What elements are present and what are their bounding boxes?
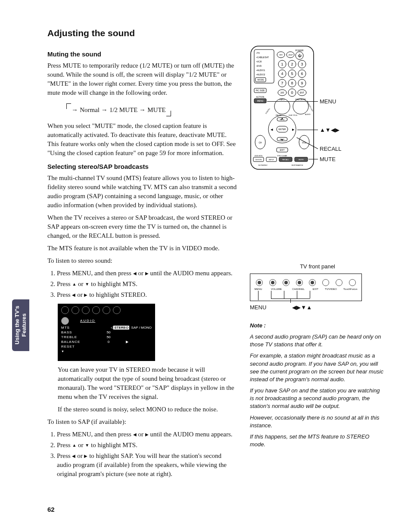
svg-text:FAVORITE: FAVORITE <box>296 98 306 101</box>
down-arrow-icon: ▼ <box>85 443 89 448</box>
svg-text:0: 0 <box>291 90 293 95</box>
svg-text:EXIT: EXIT <box>280 149 284 151</box>
sap-lead-sap: To listen to SAP (if available): <box>47 417 237 426</box>
note-p2: For example, a station might broadcast m… <box>250 352 385 383</box>
osd-row-value: 50 <box>98 335 119 339</box>
svg-text:RECALL: RECALL <box>282 159 289 161</box>
osd-row-label: BASS <box>61 330 91 335</box>
fp-button-vol-up <box>283 279 290 286</box>
page-number: 62 <box>47 505 55 514</box>
up-arrow-icon: ▲ <box>72 282 76 286</box>
svg-text:2: 2 <box>291 62 293 66</box>
sap-step-1: Press MENU, and then press ◀ or ▶ until … <box>57 430 237 439</box>
svg-text:3: 3 <box>301 62 303 66</box>
stereo-step-3: Press ◀ or ▶ to highlight STEREO. <box>57 290 237 299</box>
svg-text:DVD CLEAR: DVD CLEAR <box>277 155 287 157</box>
sap-lead-stereo: To listen to stereo sound: <box>47 256 237 265</box>
svg-text:OFF: OFF <box>279 54 283 56</box>
osd-row-value: 50 <box>98 330 119 335</box>
mute-cycle-diagram: → Normal → 1/2 MUTE → MUTE <box>68 104 169 115</box>
svg-text:1: 1 <box>281 62 283 66</box>
section-tab: Using the TV's Features <box>12 299 29 351</box>
sap-paragraph-2: When the TV receives a stereo or SAP bro… <box>47 213 237 240</box>
sap-step-2: Press ▲ or ▼ to highlight MTS. <box>57 441 237 450</box>
side-column: POWER ⏻ •TV •CABLE/SAT •VCR •DVD •AUDIO1… <box>250 45 385 483</box>
svg-text:DVD RTN: DVD RTN <box>255 155 262 157</box>
svg-text:FAV▼: FAV▼ <box>280 138 284 140</box>
right-arrow-icon: ▶ <box>145 271 149 276</box>
mute-cycle-half: 1/2 MUTE <box>109 106 137 113</box>
callout-menu: MENU <box>320 98 336 106</box>
osd-screenshot: AUDIO MTS ◁STEREO SAP / MONO BASS50 TREB… <box>58 304 155 361</box>
fp-label: TouchFocus <box>343 287 357 291</box>
note-block: Note : A second audio program (SAP) can … <box>250 322 385 449</box>
osd-row-label: TREBLE <box>61 335 91 339</box>
mute-paragraph-2: When you select "MUTE" mode, the closed … <box>47 121 237 158</box>
note-heading: Note : <box>250 322 385 330</box>
fp-button-vol-down <box>269 279 276 286</box>
fp-button-touchfocus <box>349 279 356 286</box>
svg-text:ENTER: ENTER <box>279 128 286 131</box>
note-p5: If this happens, set the MTS feature to … <box>250 433 385 448</box>
page: Using the TV's Features Adjusting the so… <box>0 0 411 532</box>
svg-text:MUTE: MUTE <box>299 159 304 161</box>
svg-text:100: 100 <box>280 91 284 94</box>
svg-text:MENU: MENU <box>257 100 264 102</box>
svg-text:8: 8 <box>291 81 293 85</box>
svg-text:INPUT: INPUT <box>269 159 274 161</box>
front-panel-figure: TV front panel MENU VOLUME <box>250 263 385 311</box>
note-p4: However, occasionally there is no sound … <box>250 414 385 429</box>
svg-text:7: 7 <box>281 81 283 85</box>
fp-button-menu <box>256 279 263 286</box>
osd-tab-icon <box>61 306 69 314</box>
osd-tab-icon <box>72 306 79 314</box>
fp-label: MENU <box>255 287 262 291</box>
svg-text:•DVD: •DVD <box>256 65 262 67</box>
osd-tab-icon <box>113 306 121 314</box>
sap-step-3: Press ◀ or ▶ to highlight SAP. You will … <box>57 451 237 479</box>
svg-text:•AUDIO1: •AUDIO1 <box>256 69 265 72</box>
svg-text:ACTION: ACTION <box>256 96 265 98</box>
osd-row-label: MTS <box>61 325 91 330</box>
fp-label: EXIT <box>313 287 318 291</box>
svg-text:MODE: MODE <box>258 78 265 81</box>
svg-text:AUDIO: AUDIO <box>305 113 311 115</box>
svg-text:POWER: POWER <box>296 49 304 52</box>
main-column: Muting the sound Press MUTE to temporari… <box>47 45 237 483</box>
svg-text:INFO: INFO <box>280 98 285 101</box>
callout-arrows: ▲▼◀▶ <box>320 126 339 134</box>
after-osd-1: You can leave your TV in STEREO mode bec… <box>58 365 237 401</box>
stereo-steps: Press MENU, and then press ◀ or ▶ until … <box>47 269 237 299</box>
svg-text:SKIP/SEARCH: SKIP/SEARCH <box>292 164 303 166</box>
svg-text:⏻: ⏻ <box>298 54 302 58</box>
osd-row-label: BALANCE <box>61 339 91 344</box>
note-p1: A second audio program (SAP) can be hear… <box>250 333 385 348</box>
subhead-sap: Selecting stereo/SAP broadcasts <box>47 162 237 171</box>
svg-text:-/SKIP: -/SKIP <box>288 54 293 56</box>
svg-text:CH RTN: CH RTN <box>255 159 262 161</box>
fp-button-ch-up <box>309 279 316 286</box>
svg-text:6: 6 <box>301 72 303 76</box>
fp-bottom-arrows: ◀▶▼▲ <box>292 304 312 311</box>
callout-mute: MUTE <box>320 156 336 163</box>
fp-label: VOLUME <box>268 287 284 291</box>
svg-text:•AUDIO2: •AUDIO2 <box>256 73 265 76</box>
svg-text:SLOW/REV: SLOW/REV <box>258 164 267 166</box>
svg-text:CH: CH <box>258 141 262 144</box>
remote-illustration: POWER ⏻ •TV •CABLE/SAT •VCR •DVD •AUDIO1… <box>250 45 314 170</box>
fp-label: CHANNEL <box>290 287 306 291</box>
fp-label: TV/VIDEO <box>325 287 337 291</box>
sap-steps: Press MENU, and then press ◀ or ▶ until … <box>47 430 237 479</box>
osd-row-label: RESET <box>61 344 91 349</box>
osd-tab-icon <box>82 306 90 314</box>
left-arrow-icon: ◀ <box>133 271 137 276</box>
svg-text:4: 4 <box>281 72 283 76</box>
fp-bottom-menu: MENU <box>250 304 266 311</box>
osd-audio-icon <box>61 317 69 325</box>
osd-tab-icon <box>103 306 110 314</box>
after-osd-2: If the stereo sound is noisy, select MON… <box>58 405 237 414</box>
svg-text:PIC SIZE: PIC SIZE <box>256 89 265 92</box>
osd-tab-icon <box>92 306 100 314</box>
callout-recall: RECALL <box>320 145 342 153</box>
down-arrow-icon: ▼ <box>85 282 89 286</box>
